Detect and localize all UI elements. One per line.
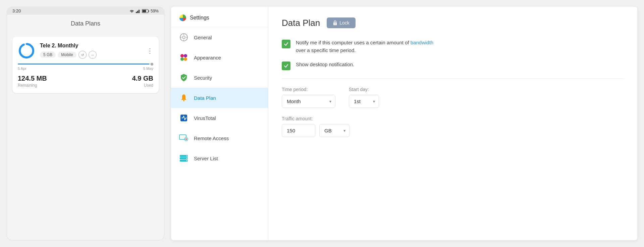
sidebar-label-security: Security [194, 75, 212, 81]
svg-point-19 [183, 100, 184, 101]
progress-bar [18, 64, 153, 65]
used-value: 4.9 GB [132, 75, 153, 82]
settings-panel: Settings General [171, 7, 637, 240]
sidebar-label-virustotal: VirusTotal [194, 115, 216, 121]
sidebar-label-data-plan: Data Plan [194, 95, 216, 101]
form-group-traffic: Traffic amount: GB MB TB ▾ [282, 116, 624, 137]
traffic-row: GB MB TB ▾ [282, 124, 624, 137]
sidebar-label-general: General [194, 35, 212, 40]
sidebar-label-server-list: Server List [194, 156, 218, 161]
svg-point-10 [182, 36, 185, 39]
sidebar-item-remote-access[interactable]: Remote Access [171, 128, 268, 148]
bandwidth-word: bandwidth [411, 40, 433, 45]
start-day-wrapper[interactable]: 1st 2nd 3rd ▾ [349, 95, 379, 108]
svg-point-30 [186, 158, 187, 159]
svg-point-8 [20, 44, 33, 57]
traffic-amount-label: Traffic amount: [282, 116, 624, 121]
sidebar-item-security[interactable]: Security [171, 68, 268, 88]
transfer-icon[interactable]: ↔ [89, 51, 97, 59]
checkbox-row-1[interactable]: Notify me if this computer uses a certai… [282, 39, 624, 54]
plan-tag-size: 5 GB [40, 52, 56, 58]
virustotal-icon [179, 113, 189, 123]
time-period-wrapper[interactable]: Month Week Day ▾ [282, 95, 335, 108]
start-day-label: Start day: [349, 87, 379, 92]
svg-point-33 [335, 24, 336, 25]
date-start: 5 Apr [18, 67, 26, 71]
settings-sidebar: Settings General [171, 7, 268, 240]
date-end: 5 May [143, 67, 153, 71]
check-icon-1 [283, 41, 289, 47]
form-group-start-day: Start day: 1st 2nd 3rd ▾ [349, 87, 379, 108]
traffic-unit-wrapper[interactable]: GB MB TB ▾ [319, 124, 350, 137]
svg-rect-1 [137, 11, 138, 13]
plan-name: Tele 2. Monthly [40, 43, 142, 49]
sidebar-item-virustotal[interactable]: VirusTotal [171, 108, 268, 128]
lock-label: Lock [339, 20, 350, 26]
remaining-value: 124.5 MB [18, 75, 47, 82]
time-period-select[interactable]: Month Week Day [282, 95, 335, 108]
checkbox-1[interactable] [282, 40, 290, 48]
time-period-label: Time period: [282, 87, 335, 92]
phone-panel: 3:20 59% Data Pl [7, 7, 164, 240]
status-bar: 3:20 59% [7, 7, 164, 15]
svg-point-31 [186, 160, 187, 161]
traffic-input[interactable] [282, 124, 315, 137]
general-icon [179, 33, 189, 42]
signal-icon [136, 9, 141, 13]
plan-tag-type: Mobile [58, 52, 76, 58]
checkbox-1-text: Notify me if this computer uses a certai… [296, 39, 433, 54]
appearance-icon [179, 53, 189, 62]
data-plan-card: Tele 2. Monthly 5 GB Mobile ↺ ↔ ⋮ 5 Apr … [12, 37, 159, 93]
form-row-period: Time period: Month Week Day ▾ Start day:… [282, 87, 624, 108]
form-group-time-period: Time period: Month Week Day ▾ [282, 87, 335, 108]
time-display: 3:20 [12, 8, 21, 13]
svg-point-17 [180, 57, 184, 61]
sidebar-item-server-list[interactable]: Server List [171, 148, 268, 168]
svg-rect-3 [140, 9, 141, 13]
checkbox-row-2[interactable]: Show desktop notification. [282, 61, 624, 70]
server-list-icon [179, 154, 189, 163]
app-logo [179, 14, 186, 22]
page-title: Data Plan [282, 18, 320, 28]
refresh-icon[interactable]: ↺ [78, 51, 87, 59]
phone-screen-title: Data Plans [7, 15, 164, 33]
checkbox-2-text: Show desktop notification. [296, 61, 354, 69]
plan-stats: 124.5 MB Remaining 4.9 GB Used [18, 75, 153, 88]
svg-rect-2 [139, 10, 140, 13]
traffic-unit-select[interactable]: GB MB TB [319, 124, 350, 137]
sidebar-label-remote-access: Remote Access [194, 135, 229, 141]
sidebar-label-appearance: Appearance [194, 55, 221, 60]
svg-rect-0 [136, 12, 137, 13]
status-icons: 59% [129, 9, 159, 13]
plan-dates: 5 Apr 5 May [18, 67, 153, 71]
checkbox-2[interactable] [282, 61, 290, 70]
settings-main: Data Plan Lock Notify me if this compute… [268, 7, 637, 240]
sidebar-item-appearance[interactable]: Appearance [171, 47, 268, 68]
svg-point-29 [186, 156, 187, 157]
lock-button[interactable]: Lock [327, 17, 356, 28]
svg-point-16 [184, 54, 187, 57]
sidebar-header: Settings [171, 7, 268, 27]
sidebar-item-general[interactable]: General [171, 27, 268, 47]
donut-chart [18, 42, 35, 59]
svg-point-15 [180, 54, 184, 57]
security-icon [179, 73, 189, 82]
settings-title: Settings [190, 15, 209, 21]
wifi-icon [129, 9, 135, 13]
svg-rect-5 [148, 10, 149, 12]
check-icon-2 [283, 63, 289, 69]
battery-icon [142, 9, 149, 13]
remote-access-icon [179, 133, 189, 143]
data-plan-icon [179, 93, 189, 102]
remaining-label: Remaining [18, 83, 47, 88]
svg-point-18 [184, 57, 187, 61]
start-day-select[interactable]: 1st 2nd 3rd [349, 95, 379, 108]
lock-icon [333, 20, 337, 26]
battery-pct: 59% [151, 9, 159, 13]
svg-rect-6 [142, 10, 146, 12]
more-icon[interactable]: ⋮ [147, 47, 153, 55]
main-header: Data Plan Lock [282, 17, 624, 28]
sidebar-item-data-plan[interactable]: Data Plan [171, 88, 268, 108]
divider [282, 78, 624, 79]
used-label: Used [132, 83, 153, 88]
